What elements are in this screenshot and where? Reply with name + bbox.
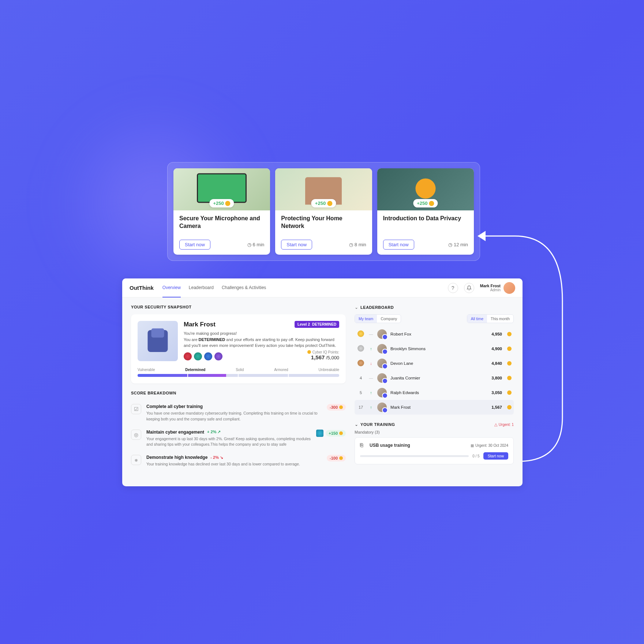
breakdown-item: ☑ Complete all cyber training You have o… [131,400,346,426]
bell-icon[interactable] [464,283,474,293]
badge-icon [194,352,202,360]
chevron-down-icon: ⌄ [355,305,358,310]
progress-stage-labels: Vulnerable Determined Solid Armored Unbr… [138,368,339,372]
rank-number: 17 [357,405,365,409]
leaderboard-name: Robert Fox [390,332,488,336]
leaderboard-score: 4,900 [491,347,502,351]
breakdown-title: Maintain cyber engagement [146,430,204,435]
avatar-icon [377,388,387,397]
breakdown-desc: Your engagement is up last 30 days with … [146,436,311,448]
coin-icon [507,347,512,351]
coin-icon [507,405,512,409]
start-now-button[interactable]: Start now [179,240,210,250]
start-now-button[interactable]: Start now [281,240,312,250]
score-pill: +150 [326,430,346,437]
rank-number: 4 [357,376,365,380]
coin-icon [507,332,512,336]
breakdown-icon: ⎈ [131,455,141,465]
badge-icon [184,352,192,360]
trend-icon: ↑ [368,405,374,409]
usb-icon: ⎘ [360,442,367,449]
avatar-icon [377,359,387,368]
user-menu[interactable]: Mark Frost Admin [480,282,515,294]
trend-icon: — [368,376,374,380]
start-now-button[interactable]: Start now [383,240,414,250]
leaderboard-name: Mark Frost [390,405,488,409]
card-title: Secure Your Microphone and Camera [179,215,264,230]
breakdown-desc: Your training knowledge has declined ove… [146,461,322,467]
start-now-button[interactable]: Start now [483,452,508,460]
tab-leaderboard[interactable]: Leaderboard [189,278,214,297]
avatar-icon [377,373,387,383]
nav-tabs: Overview Leaderboard Challenges & Activi… [162,278,266,297]
avatar-icon [377,329,387,339]
training-header[interactable]: ⌄ YOUR TRAINING [355,422,395,427]
filter-company[interactable]: Company [377,315,401,323]
filter-all-time[interactable]: All time [467,315,487,323]
duration-label: 6 min [247,242,265,247]
score-pill: -100 [327,455,346,461]
leaderboard-name: Ralph Edwards [390,390,488,395]
trend-icon: ↑ [368,347,374,351]
training-due-date: Urgent: 30 Oct 2024 [471,443,508,448]
leaderboard-row[interactable]: 5 ↑ Ralph Edwards 3,050 [355,385,514,400]
leaderboard-row[interactable]: ↓ Devon Lane 4,840 [355,356,514,371]
training-card-0[interactable]: +250 Secure Your Microphone and Camera S… [173,168,270,255]
leaderboard-row[interactable]: ↑ Brooklyn Simmons 4,900 [355,341,514,356]
card-image: +250 [377,168,474,210]
leaderboard-score: 3,800 [491,376,502,380]
training-card-2[interactable]: +250 Introduction to Data Privacy Start … [377,168,474,255]
medal-icon [357,345,364,352]
training-progress-count: 0 / 5 [472,454,479,458]
training-item-card: ⎘ USB usage training Urgent: 30 Oct 2024… [355,437,514,464]
leaderboard-row[interactable]: 4 — Juanita Cormier 3,800 [355,371,514,385]
snapshot-section-title: YOUR SECURITY SNAPSHOT [131,305,346,309]
delta-label: - 2% ↘ [210,455,223,460]
points-badge: +250 [311,199,336,207]
coin-icon [507,361,512,366]
duration-label: 8 min [349,242,366,247]
leaderboard-score: 4,950 [491,332,502,336]
shield-icon [316,430,323,437]
breakdown-icon: ☑ [131,404,141,414]
points-badge: +250 [210,199,234,207]
coin-icon [507,390,512,395]
trend-icon: — [368,332,374,336]
breakdown-section-title: SCORE BREAKDOWN [131,391,346,395]
points-badge: +250 [413,199,438,207]
leaderboard-score: 1,567 [491,405,502,409]
trend-icon: ↑ [368,390,374,395]
filter-my-team[interactable]: My team [355,315,377,323]
delta-label: + 2% ↗ [207,430,221,434]
dashboard-window: OutThink Overview Leaderboard Challenges… [122,278,523,486]
training-card-1[interactable]: +250 Protecting Your Home Network Start … [275,168,372,255]
coin-icon [507,376,512,380]
leaderboard-name: Juanita Cormier [390,376,488,380]
card-image: +250 [275,168,372,210]
medal-icon [357,330,364,337]
score-pill: -300 [327,404,346,411]
tab-challenges[interactable]: Challenges & Activities [222,278,266,297]
snapshot-desc: You're making good progress! You are DET… [184,330,339,349]
filter-this-month[interactable]: This month [487,315,513,323]
breakdown-item: ⎈ Demonstrate high knowledge - 2% ↘ Your… [131,451,346,471]
medal-icon [357,360,364,366]
card-title: Protecting Your Home Network [281,215,366,230]
training-item-title: ⎘ USB usage training [360,442,410,449]
time-filter: All time This month [467,314,514,323]
topbar: OutThink Overview Leaderboard Challenges… [122,278,523,297]
training-progress-bar [360,455,469,457]
rank-number: 5 [357,390,365,395]
snapshot-card: Mark Frost Level 2DETERMINED You're maki… [131,314,346,383]
urgent-badge: Urgent: 1 [494,422,514,427]
leaderboard-row[interactable]: — Robert Fox 4,950 [355,327,514,341]
leaderboard-name: Devon Lane [390,361,488,366]
scope-filter: My team Company [355,314,401,323]
tab-overview[interactable]: Overview [162,278,181,297]
help-icon[interactable]: ? [448,283,458,293]
snapshot-username: Mark Frost [184,321,216,328]
breakdown-title: Complete all cyber training [146,404,203,409]
leaderboard-row[interactable]: 17 ↑ Mark Frost 1,567 [355,400,514,415]
leaderboard-header[interactable]: ⌄ LEADERBOARD [355,305,514,310]
mandatory-label: Mandatory (3) [355,430,514,434]
